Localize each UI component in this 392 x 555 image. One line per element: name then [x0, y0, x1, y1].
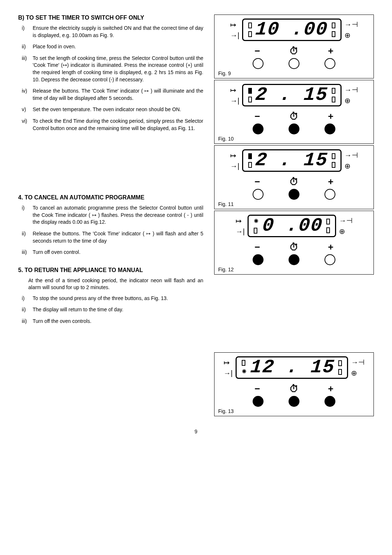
button-circle	[253, 396, 264, 407]
arrow-in-icon: →|	[230, 97, 239, 105]
end-time-icon: →⊣	[344, 151, 358, 159]
item-text: To cancel an automatic programme press t…	[33, 205, 203, 225]
roman: v)	[22, 106, 26, 113]
cook-time-icon: ↦	[230, 151, 239, 160]
indicator	[332, 97, 335, 102]
indicator	[338, 369, 342, 375]
indicator-on	[248, 153, 252, 159]
lcd-display: 0 .00	[262, 216, 324, 235]
indicator	[332, 162, 335, 168]
indicator	[326, 219, 330, 224]
item-text: Ensure the electricity supply is switche…	[33, 25, 203, 38]
roman: ii)	[22, 230, 26, 238]
indicator	[254, 228, 257, 234]
button-circle	[289, 123, 299, 134]
plus-label: +	[328, 111, 334, 122]
fig-11: ↦→| 2 . 15 →⊣⊕ − ⏱ + Fig. 11	[214, 145, 374, 209]
arrow-in-icon: →|	[230, 162, 239, 170]
button-circle	[324, 189, 335, 200]
clock-label: ⏱	[289, 242, 299, 253]
indicator-on	[248, 88, 252, 94]
clock-label: ⏱	[289, 111, 299, 122]
clock-label: ⏱	[289, 383, 299, 394]
indicator	[332, 153, 335, 159]
button-circle	[253, 123, 264, 134]
page-number: 9	[18, 429, 374, 434]
indicator	[338, 360, 342, 366]
lcd-display: 2 . 15	[255, 86, 329, 105]
item-text: To stop the sound press any of the three…	[33, 295, 168, 301]
fig-label: Fig. 12	[218, 267, 370, 272]
minus-label: −	[254, 242, 260, 253]
roman: i)	[22, 204, 25, 212]
minus-label: −	[254, 45, 260, 57]
roman: iv)	[22, 88, 27, 95]
roman: iii)	[22, 249, 27, 256]
button-circle	[324, 396, 335, 407]
plus-label: +	[328, 383, 334, 394]
indicator	[248, 97, 252, 102]
item-text: Release the buttons. The 'Cook Time' ind…	[33, 88, 203, 101]
right-icons: →⊣ ⊕	[344, 20, 358, 40]
clock-label: ⏱	[289, 176, 299, 187]
indicator	[326, 227, 330, 233]
roman: iii)	[22, 318, 27, 325]
section-4-list: i)To cancel an automatic programme press…	[18, 204, 203, 256]
arrow-in-icon: →|	[236, 227, 245, 236]
plus-label: +	[328, 45, 334, 57]
button-circle	[289, 396, 299, 407]
indicator	[332, 31, 335, 37]
indicator-flash: ✺	[242, 369, 247, 375]
section-5-list: i)To stop the sound press any of the thr…	[18, 295, 203, 325]
end-time-icon: →⊣	[344, 85, 358, 94]
item-text: To set the length of cooking time, press…	[33, 55, 203, 82]
section-4-heading: 4. TO CANCEL AN AUTOMATIC PROGRAMME	[18, 194, 203, 201]
button-circle	[289, 254, 299, 265]
section-b-heading: B) TO SET THE TIMER TO SWITCH OFF ONLY	[18, 15, 203, 21]
cook-time-icon: ↦	[224, 358, 233, 367]
lcd-display: 2 . 15	[255, 151, 329, 170]
end-time-icon: →⊣	[351, 358, 364, 366]
indicator	[248, 162, 252, 168]
roman: i)	[22, 25, 25, 32]
item-text: Set the oven temperature. The oven indic…	[33, 106, 181, 112]
left-icons: ↦ →|	[230, 20, 239, 40]
button-circle	[253, 58, 264, 69]
button-circle	[253, 254, 264, 265]
button-circle	[289, 58, 299, 69]
timer-clock-icon: ⊕	[351, 369, 364, 377]
roman: vi)	[22, 118, 27, 125]
fig-9: ↦ →| 10 .00 →⊣ ⊕ − ⏱ +	[214, 15, 374, 78]
plus-label: +	[328, 242, 334, 253]
roman: ii)	[22, 43, 26, 50]
indicator	[332, 88, 335, 94]
fig-13: ↦→| ✺ 12 . 15 →⊣⊕ − ⏱ + Fig. 13	[214, 352, 374, 416]
button-circle	[253, 189, 264, 200]
plus-label: +	[328, 176, 334, 187]
section-5-intro: At the end of a timed cooking period, th…	[18, 277, 203, 291]
item-text: The display will return to the time of d…	[33, 307, 123, 312]
arrow-in-icon: →|	[224, 369, 233, 377]
button-circle	[324, 123, 335, 134]
cook-time-icon: ↦	[236, 216, 245, 225]
minus-label: −	[254, 111, 260, 122]
item-text: Place food in oven.	[33, 44, 76, 49]
timer-clock-icon: ⊕	[344, 162, 358, 170]
fig-12: ↦→| ✺ 0 .00 →⊣⊕ − ⏱ + Fig. 12	[214, 211, 374, 275]
cook-time-icon: ↦	[230, 86, 239, 94]
lcd-display: 10 .00	[255, 20, 329, 39]
fig-label: Fig. 11	[218, 201, 370, 207]
timer-clock-icon: ⊕	[344, 96, 358, 105]
minus-label: −	[254, 176, 260, 187]
minus-label: −	[254, 383, 260, 394]
fig-label: Fig. 10	[218, 136, 370, 142]
end-time-icon: →⊣	[339, 216, 352, 225]
indicator	[332, 23, 335, 28]
item-text: Release the buttons. The 'Cook Time' ind…	[33, 231, 203, 244]
section-b-list: i)Ensure the electricity supply is switc…	[18, 25, 203, 132]
item-text: Turn off oven control.	[33, 249, 81, 255]
lcd-display: 12 . 15	[250, 358, 336, 377]
indicator	[248, 31, 252, 37]
fig-10: ↦→| 2 . 15 →⊣⊕ − ⏱ + Fig. 10	[214, 80, 374, 144]
indicator-flash: ✺	[254, 218, 259, 225]
